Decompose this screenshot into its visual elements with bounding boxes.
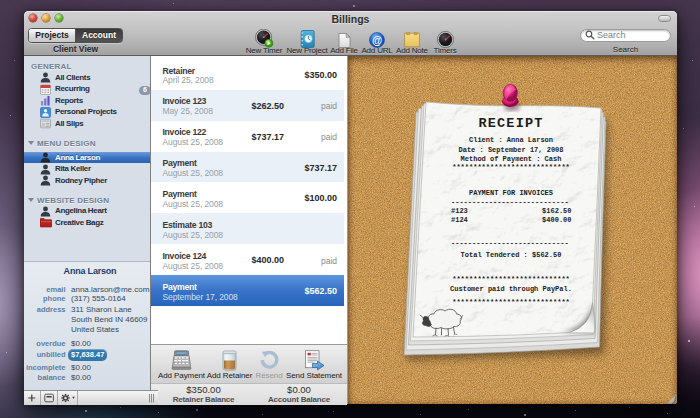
svg-text:PAYMENT FOR INVOICES: PAYMENT FOR INVOICES [469,189,553,197]
svg-text:#123: #123 [451,207,468,215]
svg-text:****************************: **************************** [452,298,570,306]
svg-text:Client : Anna Larson: Client : Anna Larson [469,136,553,144]
svg-text:Date : September 17, 2008: Date : September 17, 2008 [458,146,563,154]
svg-text:----------------------------: ---------------------------- [451,239,569,247]
svg-text:****************************: **************************** [452,275,570,283]
svg-text:#124: #124 [451,216,468,224]
svg-text:$162.50: $162.50 [542,207,571,215]
svg-text:@: @ [372,33,382,45]
svg-text:Total Tendered : $562.50: Total Tendered : $562.50 [461,251,562,259]
svg-text:Customer paid through PayPal.: Customer paid through PayPal. [450,285,572,293]
svg-text:****************************: **************************** [452,163,570,171]
svg-text:RECEIPT: RECEIPT [478,116,543,131]
svg-text:$400.00: $400.00 [542,216,571,224]
svg-text:----------------------------: ---------------------------- [451,198,569,206]
